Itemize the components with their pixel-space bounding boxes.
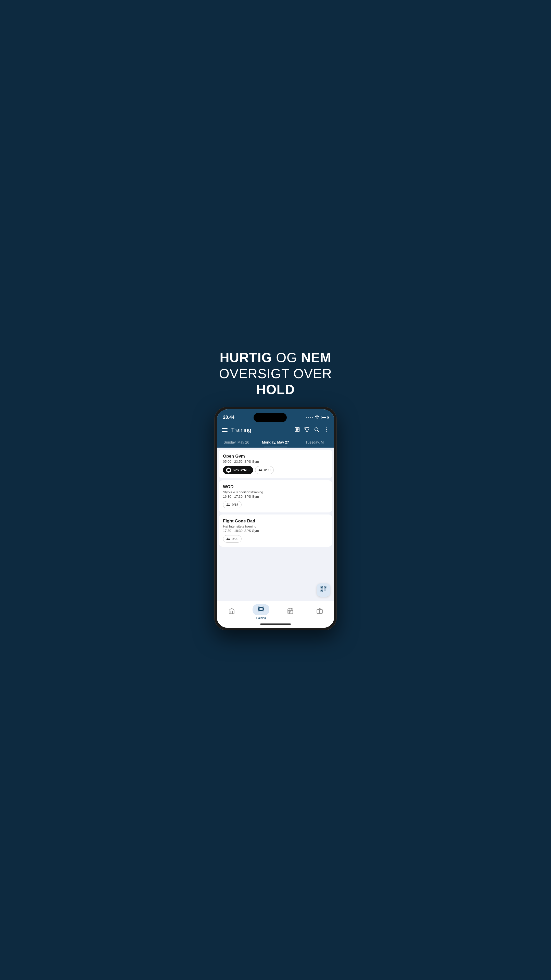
session-time-location: 16:30 - 17:30, SPS Gym [223, 495, 328, 498]
page-wrapper: HURTIG OG NEM OVERSIGT OVER HOLD 20.44 [206, 350, 345, 630]
tab-sunday[interactable]: Sunday, May 26 [217, 437, 256, 447]
nav-gift[interactable] [305, 608, 334, 616]
content-area: Open Gym 05:00 - 23:59, SPS Gym SPS GYM … [217, 448, 334, 601]
headline: HURTIG OG NEM OVERSIGT OVER HOLD [206, 350, 345, 397]
svg-point-8 [326, 429, 327, 430]
day-tabs: Sunday, May 26 Monday, May 27 Tuesday, M [217, 437, 334, 448]
header-right [294, 427, 329, 434]
dumbbell-icon [252, 604, 269, 615]
nav-home[interactable] [217, 608, 246, 616]
qr-button[interactable] [317, 584, 330, 597]
session-card-wod[interactable]: WOD Styrke & Konditionstræning 16:30 - 1… [219, 480, 332, 512]
gym-tag[interactable]: SPS GYM ... [223, 466, 253, 474]
people-icon [226, 503, 230, 507]
capacity-tag[interactable]: 0/99 [255, 466, 274, 474]
capacity-tag[interactable]: 9/15 [223, 501, 241, 508]
menu-icon[interactable] [222, 428, 227, 432]
nav-calendar[interactable] [275, 608, 305, 616]
trophy-icon[interactable] [304, 427, 310, 434]
session-subtitle: Høj Intensitets træning [223, 525, 328, 528]
nav-training[interactable]: Training [246, 604, 275, 619]
svg-rect-20 [289, 612, 289, 613]
capacity-tag[interactable]: 9/20 [223, 535, 241, 542]
gift-icon [316, 608, 323, 616]
session-subtitle: Styrke & Konditionstræning [223, 490, 328, 494]
gym-logo [226, 468, 231, 473]
svg-rect-19 [290, 611, 291, 612]
svg-point-5 [315, 428, 318, 431]
bottom-nav: Training [217, 601, 334, 621]
nav-training-label: Training [256, 616, 266, 619]
session-tags: SPS GYM ... 0/99 [223, 466, 328, 474]
session-name: WOD [223, 484, 328, 490]
signal-dots [306, 417, 313, 418]
home-bar [217, 621, 334, 628]
status-bar: 20.44 [217, 409, 334, 424]
session-name: Fight Gone Bad [223, 519, 328, 524]
svg-line-6 [318, 431, 319, 431]
tab-monday[interactable]: Monday, May 27 [256, 437, 295, 447]
headline-bold-2: NEM [301, 350, 331, 365]
home-indicator [260, 624, 291, 625]
app-title: Training [231, 427, 251, 433]
tab-tuesday[interactable]: Tuesday, M [295, 437, 334, 447]
qr-icon [320, 585, 327, 595]
app-header: Training [217, 424, 334, 437]
search-icon[interactable] [314, 427, 319, 434]
calendar-icon [287, 608, 294, 616]
more-icon[interactable] [324, 427, 329, 434]
headline-bold-1: HURTIG [220, 350, 272, 365]
svg-point-0 [317, 418, 318, 418]
session-time-location: 17:30 - 18:30, SPS Gym [223, 529, 328, 533]
status-icons [306, 415, 328, 420]
phone-frame: 20.44 [214, 407, 337, 630]
session-card-open-gym[interactable]: Open Gym 05:00 - 23:59, SPS Gym SPS GYM … [219, 450, 332, 478]
session-time-location: 05:00 - 23:59, SPS Gym [223, 460, 328, 463]
svg-point-7 [326, 427, 327, 428]
wifi-icon [315, 415, 319, 420]
session-card-fight-gone-bad[interactable]: Fight Gone Bad Høj Intensitets træning 1… [219, 514, 332, 547]
status-time: 20.44 [223, 415, 234, 420]
headline-bold-3: HOLD [256, 382, 295, 397]
home-icon [228, 608, 235, 616]
people-icon [226, 537, 230, 541]
svg-point-9 [326, 431, 327, 431]
session-tags: 9/15 [223, 501, 328, 508]
session-name: Open Gym [223, 454, 328, 459]
phone-screen: 20.44 [217, 409, 334, 628]
notebook-icon[interactable] [294, 427, 300, 434]
session-tags: 9/20 [223, 535, 328, 542]
header-left: Training [222, 427, 251, 433]
battery-icon [321, 416, 328, 419]
svg-point-10 [227, 469, 230, 471]
dynamic-island [254, 413, 287, 422]
svg-rect-18 [289, 611, 289, 612]
people-icon [259, 468, 262, 472]
